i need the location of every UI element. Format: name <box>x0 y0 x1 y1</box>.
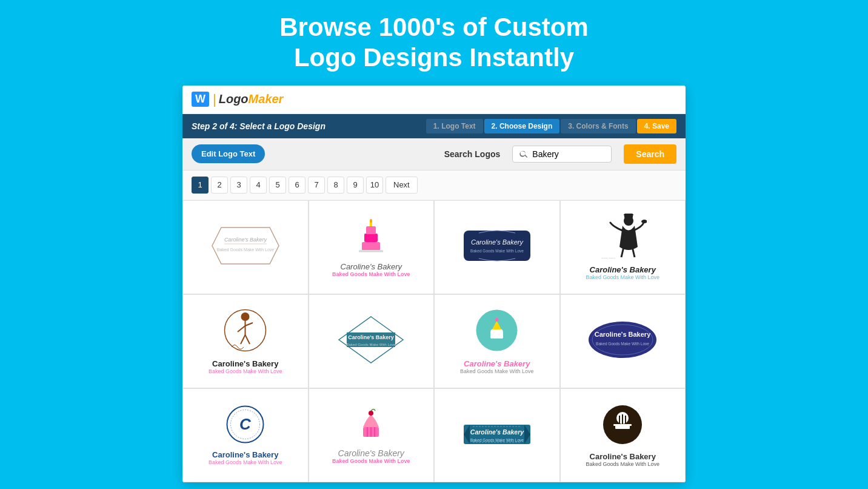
logo4-graphic: ~~~ ~~~ <box>598 214 647 261</box>
logo2-text: Caroline's Bakery Baked Goods Make With … <box>332 262 410 277</box>
logo-item-1[interactable]: Caroline's Bakery Baked Goods Make With … <box>182 200 309 294</box>
tab-logo-text[interactable]: 1. Logo Text <box>426 119 483 133</box>
logo-prefix: Logo <box>219 92 249 106</box>
pagination: 1 2 3 4 5 6 7 8 9 10 Next <box>182 170 686 200</box>
svg-point-33 <box>589 322 656 358</box>
logo8-graphic: Caroline's Bakery Baked Goods Make With … <box>586 319 659 363</box>
page-4-button[interactable]: 4 <box>250 177 267 194</box>
logo5-svg <box>222 308 268 353</box>
tab-colors-fonts[interactable]: 3. Colors & Fonts <box>561 119 635 133</box>
page-8-button[interactable]: 8 <box>327 177 344 194</box>
logo3-graphic: Caroline's Bakery Baked Goods Make With … <box>461 224 533 269</box>
logo5-sub: Baked Goods Make With Love <box>209 368 282 374</box>
page-5-button[interactable]: 5 <box>269 177 286 194</box>
logo-item-10[interactable]: Caroline's Bakery Baked Goods Make With … <box>309 388 435 482</box>
logo-grid: Caroline's Bakery Baked Goods Make With … <box>182 200 686 482</box>
page-2-button[interactable]: 2 <box>211 177 228 194</box>
logo2-svg <box>350 217 392 256</box>
logo2-name: Caroline's Bakery <box>341 262 402 271</box>
logo5-graphic <box>222 308 268 356</box>
logo9-sub: Baked Goods Make With Love <box>209 459 282 465</box>
svg-point-32 <box>495 318 499 322</box>
search-logos-label: Search Logos <box>444 149 501 159</box>
svg-point-20 <box>241 312 250 321</box>
logo8-svg: Caroline's Bakery Baked Goods Make With … <box>586 319 659 361</box>
svg-text:C: C <box>239 415 252 433</box>
svg-rect-11 <box>464 231 530 261</box>
svg-text:Baked Goods Make With Love: Baked Goods Make With Love <box>470 249 524 253</box>
page-9-button[interactable]: 9 <box>347 177 364 194</box>
logo2-graphic <box>350 217 392 258</box>
logo11-svg: Caroline's Bakery Baked Goods Make With … <box>461 417 533 451</box>
edit-logo-button[interactable]: Edit Logo Text <box>192 144 265 163</box>
page-headline: Browse 1000's of Custom Logo Designs Ins… <box>279 12 588 73</box>
w-logo: W <box>192 92 209 107</box>
page-7-button[interactable]: 7 <box>308 177 325 194</box>
svg-rect-58 <box>613 424 632 426</box>
svg-rect-31 <box>490 331 503 339</box>
logo-item-4[interactable]: ~~~ ~~~ Caroline's Bakery Baked Goods Ma… <box>560 200 686 294</box>
svg-text:~~~ ~~~: ~~~ ~~~ <box>601 256 615 259</box>
logo-bar: W | LogoMaker <box>182 86 686 114</box>
svg-text:Caroline's Bakery: Caroline's Bakery <box>471 238 524 246</box>
svg-rect-5 <box>364 234 378 242</box>
logo10-svg <box>350 406 392 442</box>
tab-save[interactable]: 4. Save <box>637 119 676 133</box>
tab-choose-design[interactable]: 2. Choose Design <box>484 119 560 133</box>
step-bar: Step 2 of 4: Select a Logo Design 1. Log… <box>182 114 686 138</box>
svg-text:Caroline's Bakery: Caroline's Bakery <box>595 331 651 338</box>
logo1-graphic: Caroline's Bakery Baked Goods Make With … <box>209 224 282 269</box>
logo-suffix: Maker <box>249 92 284 106</box>
search-button[interactable]: Search <box>624 144 676 164</box>
page-3-button[interactable]: 3 <box>230 177 247 194</box>
svg-point-44 <box>369 411 373 416</box>
logo6-graphic: Caroline's Bakery Baked Goods Make With … <box>338 315 404 366</box>
page-1-button[interactable]: 1 <box>192 177 209 194</box>
logo12-text: Caroline's Bakery Baked Goods Make With … <box>586 452 659 467</box>
logo4-text: Caroline's Bakery Baked Goods Make With … <box>586 265 659 280</box>
logo10-sub: Baked Goods Make With Love <box>332 458 410 464</box>
toolbar: Edit Logo Text Search Logos Search <box>182 138 686 170</box>
logo7-name: Caroline's Bakery <box>464 359 530 368</box>
search-input[interactable] <box>532 149 605 159</box>
logo-item-6[interactable]: Caroline's Bakery Baked Goods Make With … <box>309 294 435 388</box>
logo-item-12[interactable]: Caroline's Bakery Baked Goods Make With … <box>560 388 686 482</box>
svg-rect-6 <box>366 226 376 234</box>
logo-item-2[interactable]: Caroline's Bakery Baked Goods Make With … <box>309 200 435 294</box>
next-button[interactable]: Next <box>386 177 418 194</box>
logo9-text: Caroline's Bakery Baked Goods Make With … <box>209 450 282 465</box>
logo-item-5[interactable]: Caroline's Bakery Baked Goods Make With … <box>182 294 309 388</box>
svg-marker-0 <box>212 228 279 264</box>
svg-point-15 <box>641 220 647 223</box>
logo-item-8[interactable]: Caroline's Bakery Baked Goods Make With … <box>560 294 686 388</box>
logo9-graphic: C <box>225 405 265 447</box>
svg-text:Baked Goods Make With Love: Baked Goods Make With Love <box>347 343 396 346</box>
logo12-graphic <box>601 403 644 448</box>
logo-item-11[interactable]: Caroline's Bakery Baked Goods Make With … <box>434 388 560 482</box>
logo12-svg <box>601 403 644 446</box>
svg-text:Caroline's Bakery: Caroline's Bakery <box>470 428 524 436</box>
step-tabs: 1. Logo Text 2. Choose Design 3. Colors … <box>426 119 676 133</box>
logo-divider: | <box>213 92 216 107</box>
logo11-graphic: Caroline's Bakery Baked Goods Make With … <box>461 417 533 453</box>
logo6-svg: Caroline's Bakery Baked Goods Make With … <box>338 315 404 364</box>
logo7-graphic <box>474 308 519 356</box>
logo9-svg: C <box>225 405 265 444</box>
logomaker-text: LogoMaker <box>219 92 284 106</box>
logo9-name: Caroline's Bakery <box>212 450 278 459</box>
logo-item-9[interactable]: C Caroline's Bakery Baked Goods Make Wit… <box>182 388 309 482</box>
svg-text:Baked Goods Make With Love: Baked Goods Make With Love <box>596 342 649 346</box>
logo-item-3[interactable]: Caroline's Bakery Baked Goods Make With … <box>434 200 560 294</box>
logo7-svg <box>474 308 519 353</box>
page-10-button[interactable]: 10 <box>366 177 383 194</box>
search-input-wrap <box>512 146 612 163</box>
logo12-name: Caroline's Bakery <box>590 452 656 461</box>
logo7-text: Caroline's Bakery Baked Goods Make With … <box>460 359 534 374</box>
logo7-sub: Baked Goods Make With Love <box>460 368 534 374</box>
logo12-sub: Baked Goods Make With Love <box>586 461 659 467</box>
logo-item-7[interactable]: Caroline's Bakery Baked Goods Make With … <box>434 294 560 388</box>
step-title: Step 2 of 4: Select a Logo Design <box>192 121 326 131</box>
page-6-button[interactable]: 6 <box>289 177 305 194</box>
logo3-svg: Caroline's Bakery Baked Goods Make With … <box>461 224 533 267</box>
svg-text:Caroline's Bakery: Caroline's Bakery <box>348 334 394 340</box>
